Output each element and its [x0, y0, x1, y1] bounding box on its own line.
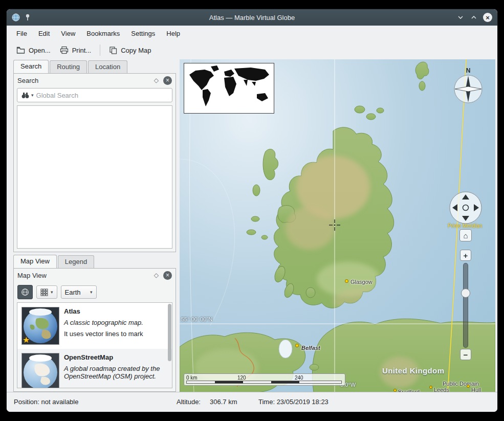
zoom-slider[interactable] [463, 263, 468, 348]
pin-icon[interactable] [24, 13, 31, 21]
compass-rose-icon [453, 74, 483, 104]
main-toolbar: Open... Print... Copy Map [7, 41, 497, 59]
map-view-toolbar: ▾ Earth ▾ [14, 282, 176, 302]
menu-help[interactable]: Help [161, 27, 186, 40]
detach-panel-icon[interactable]: ◇ [154, 272, 159, 279]
theme-tagline: A classic topographic map. [64, 319, 168, 326]
toolbar-separator [100, 45, 100, 56]
print-button[interactable]: Print... [55, 43, 96, 57]
atlas-thumbnail: ★ [21, 307, 59, 345]
search-results-list[interactable] [17, 105, 172, 249]
app-window: Atlas — Marble Virtual Globe × File Edit… [7, 9, 497, 412]
map-canvas[interactable]: N Prime Meridian [180, 59, 495, 392]
window-title: Atlas — Marble Virtual Globe [209, 14, 295, 21]
sidebar: Search Routing Location Search ◇ × [7, 59, 180, 392]
map-view-panel-title: Map View [17, 272, 154, 279]
glasgow-label: Glasgow [350, 279, 372, 285]
search-panel-title: Search [17, 77, 154, 84]
home-button[interactable]: ⌂ [459, 229, 472, 241]
projection-button[interactable] [17, 285, 33, 299]
chevron-down-icon: ▾ [51, 290, 53, 295]
status-altitude-value: 306.7 km [210, 398, 237, 406]
celestial-body-value: Earth [65, 289, 87, 296]
close-icon: × [486, 14, 490, 21]
map-view-panel-header: Map View ◇ × [14, 269, 176, 282]
maximize-icon[interactable] [470, 13, 478, 21]
statusbar: Position: not available Altitude: 306.7 … [7, 392, 497, 412]
close-window-button[interactable]: × [483, 13, 492, 22]
tab-search[interactable]: Search [13, 60, 49, 73]
menu-bookmarks[interactable]: Bookmarks [81, 27, 125, 40]
united-kingdom-label: United Kingdom [382, 366, 444, 375]
sidebar-bottom-tabs: Map View Legend [13, 254, 176, 268]
belfast-label: Belfast [301, 345, 320, 351]
search-input[interactable] [35, 91, 168, 100]
detach-panel-icon[interactable]: ◇ [154, 77, 159, 84]
belfast-dot [295, 344, 299, 347]
map-theme-list: ★ Atlas A classic topographic map. It us… [17, 302, 172, 388]
search-panel-header: Search ◇ × [14, 74, 176, 87]
list-item-openstreetmap[interactable]: OpenStreetMap A global roadmap created b… [17, 349, 172, 388]
license-label: Public Domain [443, 381, 479, 387]
search-box[interactable]: ▾ [17, 88, 172, 102]
theme-name: OpenStreetMap [64, 353, 168, 361]
zoom-in-button[interactable]: + [460, 250, 471, 261]
tab-routing[interactable]: Routing [50, 60, 87, 73]
copy-map-button[interactable]: Copy Map [104, 43, 156, 57]
copy-map-button-label: Copy Map [121, 47, 151, 54]
compass: N [453, 68, 484, 105]
tab-legend[interactable]: Legend [58, 255, 94, 268]
menu-file[interactable]: File [11, 27, 33, 40]
grid-icon [40, 289, 48, 296]
tab-location[interactable]: Location [88, 60, 127, 73]
favorite-star-icon: ★ [23, 335, 30, 345]
map-view-panel: Map View ◇ × [13, 268, 176, 392]
list-item-atlas[interactable]: ★ Atlas A classic topographic map. It us… [17, 303, 172, 349]
search-panel: Search ◇ × ▾ [13, 73, 176, 252]
scale-end-label: 240 [295, 375, 303, 381]
printer-icon [60, 46, 69, 54]
minimize-icon[interactable] [456, 13, 465, 21]
titlebar[interactable]: Atlas — Marble Virtual Globe × [7, 9, 497, 26]
search-type-dropdown-icon[interactable]: ▾ [31, 93, 34, 98]
open-button[interactable]: Open... [12, 44, 55, 57]
chevron-down-icon: ▾ [90, 290, 93, 295]
scale-bar-segments [186, 381, 342, 384]
close-search-panel-button[interactable]: × [163, 76, 172, 85]
compass-north-label: N [453, 68, 484, 74]
menu-view[interactable]: View [55, 27, 81, 40]
openstreetmap-thumbnail [21, 353, 59, 388]
status-time: Time: 23/05/2019 18:23 [258, 398, 328, 406]
zoom-slider-handle[interactable] [461, 289, 470, 298]
zoom-out-button[interactable]: − [460, 349, 471, 360]
menubar: File Edit View Bookmarks Settings Help [7, 26, 497, 41]
binoculars-icon [21, 92, 30, 99]
menu-settings[interactable]: Settings [125, 27, 161, 40]
tab-map-view[interactable]: Map View [13, 255, 57, 268]
theme-name: Atlas [64, 307, 168, 315]
close-icon: × [166, 272, 169, 278]
theme-tagline: A global roadmap created by the OpenStre… [64, 365, 168, 380]
theme-description: It uses vector lines to mark [64, 330, 168, 338]
celestial-body-select[interactable]: Earth ▾ [61, 285, 97, 299]
open-button-label: Open... [29, 47, 51, 54]
status-altitude-label: Altitude: [177, 398, 201, 406]
cell-view-button[interactable]: ▾ [36, 285, 57, 299]
print-button-label: Print... [72, 47, 92, 54]
search-row: ▾ [14, 87, 176, 105]
scale-zero-label: 0 km [186, 375, 198, 381]
copy-icon [109, 46, 117, 54]
home-icon: ⌂ [463, 231, 468, 240]
status-position: Position: not available [14, 398, 78, 406]
menu-edit[interactable]: Edit [33, 27, 55, 40]
sidebar-top-tabs: Search Routing Location [13, 59, 176, 73]
overview-map[interactable] [184, 63, 274, 114]
close-map-view-panel-button[interactable]: × [163, 271, 172, 280]
theme-list-scrollbar[interactable] [168, 304, 171, 361]
pan-control[interactable] [449, 191, 483, 225]
plus-icon: + [464, 251, 468, 260]
glasgow-dot [345, 279, 348, 283]
leeds-dot [429, 386, 432, 389]
folder-icon [16, 47, 25, 54]
app-globe-icon [12, 13, 20, 21]
